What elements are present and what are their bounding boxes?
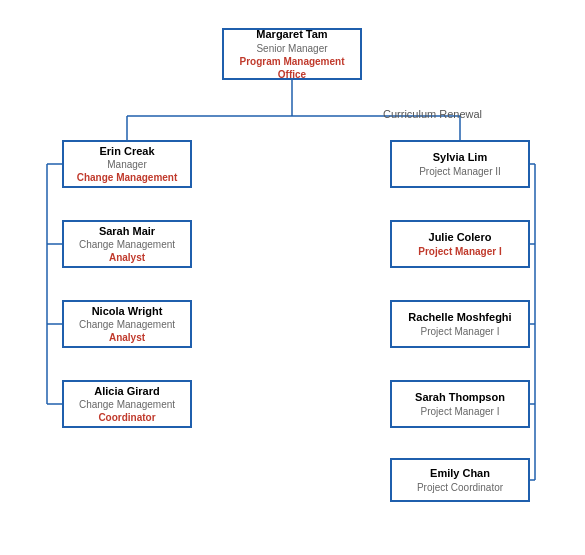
node-rachelle: Rachelle Moshfeghi Project Manager I [390,300,530,348]
margaret-dept: Program Management Office [230,55,354,81]
node-erin: Erin Creak Manager Change Management [62,140,192,188]
margaret-name: Margaret Tam [256,27,327,41]
curriculum-renewal-label: Curriculum Renewal [383,108,482,120]
node-margaret: Margaret Tam Senior Manager Program Mana… [222,28,362,80]
node-sylvia: Sylvia Lim Project Manager II [390,140,530,188]
node-julie: Julie Colero Project Manager I [390,220,530,268]
margaret-title: Senior Manager [256,42,327,55]
node-emily: Emily Chan Project Coordinator [390,458,530,502]
node-sarah-thompson: Sarah Thompson Project Manager I [390,380,530,428]
node-nicola: Nicola Wright Change Management Analyst [62,300,192,348]
org-chart: Margaret Tam Senior Manager Program Mana… [0,0,585,555]
node-alicia: Alicia Girard Change Management Coordina… [62,380,192,428]
node-sarah-mair: Sarah Mair Change Management Analyst [62,220,192,268]
